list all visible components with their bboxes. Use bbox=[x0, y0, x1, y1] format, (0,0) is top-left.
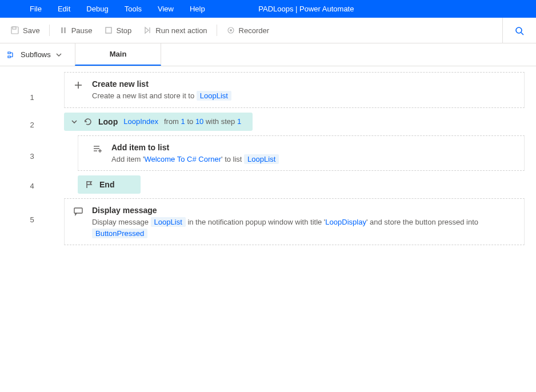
search-icon[interactable] bbox=[514, 26, 525, 36]
title-string: LoopDisplay bbox=[325, 218, 366, 226]
recorder-button[interactable]: Recorder bbox=[221, 22, 275, 38]
from-value: 1 bbox=[181, 117, 185, 126]
action-end[interactable]: End bbox=[78, 175, 141, 194]
from-word: from bbox=[164, 117, 181, 126]
variable-chip[interactable]: LoopList bbox=[151, 217, 186, 227]
action-desc: Add item 'Welcome To C# Corner' to list … bbox=[111, 154, 516, 165]
menu-help[interactable]: Help bbox=[182, 1, 213, 17]
search-area bbox=[502, 18, 525, 43]
menu-edit[interactable]: Edit bbox=[50, 1, 78, 17]
variable-chip[interactable]: LoopList bbox=[244, 154, 279, 164]
desc-pre: Add item ' bbox=[111, 155, 144, 163]
stop-label: Stop bbox=[117, 26, 132, 35]
action-display-message[interactable]: Display message Display message LoopList… bbox=[64, 198, 525, 245]
chevron-down-icon[interactable] bbox=[71, 118, 78, 125]
step-word: with step bbox=[203, 117, 237, 126]
action-create-list[interactable]: Create new list Create a new list and st… bbox=[64, 72, 525, 108]
pause-label: Pause bbox=[71, 26, 93, 35]
loop-range: from 1 to 10 with step 1 bbox=[164, 117, 241, 126]
menu-items: File Edit Debug Tools View Help bbox=[0, 1, 213, 17]
tab-main[interactable]: Main bbox=[75, 43, 162, 66]
record-icon bbox=[226, 26, 235, 35]
action-body: Create new list Create a new list and st… bbox=[92, 78, 516, 102]
desc-mid2: ' and store the button pressed into bbox=[366, 218, 478, 226]
flag-icon bbox=[85, 180, 94, 189]
desc-mid: ' to list bbox=[221, 155, 244, 163]
action-loop[interactable]: Loop LoopIndex from 1 to 10 with step 1 bbox=[64, 113, 253, 131]
menu-debug[interactable]: Debug bbox=[78, 1, 116, 17]
loop-icon bbox=[83, 117, 93, 126]
menu-file[interactable]: File bbox=[22, 1, 50, 17]
run-next-button[interactable]: Run next action bbox=[137, 22, 213, 38]
action-title: Add item to list bbox=[111, 142, 516, 154]
stop-button[interactable]: Stop bbox=[98, 22, 138, 38]
menu-view[interactable]: View bbox=[150, 1, 182, 17]
desc-text: Create a new list and store it to bbox=[92, 91, 197, 100]
end-title: End bbox=[99, 180, 114, 189]
action-body: Add item to list Add item 'Welcome To C#… bbox=[111, 142, 516, 165]
main-area: 1 2 3 4 5 Create new list Create a new l… bbox=[0, 66, 536, 392]
svg-point-8 bbox=[516, 27, 522, 33]
variable-chip[interactable]: LoopList bbox=[197, 91, 231, 101]
action-desc: Display message LoopList in the notifica… bbox=[92, 217, 516, 239]
message-icon bbox=[73, 206, 84, 217]
save-icon bbox=[10, 26, 19, 35]
svg-rect-1 bbox=[13, 27, 16, 29]
subflows-label: Subflows bbox=[21, 50, 51, 59]
menu-bar: File Edit Debug Tools View Help PADLoops… bbox=[0, 0, 536, 18]
separator bbox=[217, 25, 217, 36]
plus-icon bbox=[73, 79, 84, 91]
svg-rect-3 bbox=[64, 27, 66, 33]
action-desc: Create a new list and store it to LoopLi… bbox=[92, 90, 516, 102]
stop-icon bbox=[104, 26, 113, 35]
flow-canvas: Create new list Create a new list and st… bbox=[64, 66, 536, 392]
subflows-row: Subflows Main bbox=[0, 43, 536, 66]
save-label: Save bbox=[23, 26, 40, 35]
window-title: PADLoops | Power Automate bbox=[258, 5, 354, 13]
subflows-icon bbox=[7, 50, 16, 59]
desc-pre: Display message bbox=[92, 218, 151, 226]
step-value: 1 bbox=[237, 117, 241, 126]
loop-title: Loop bbox=[98, 117, 118, 126]
add-list-icon bbox=[92, 143, 103, 154]
svg-rect-4 bbox=[106, 27, 111, 33]
action-title: Display message bbox=[92, 205, 516, 217]
variable-chip[interactable]: ButtonPressed bbox=[92, 229, 147, 238]
step-icon bbox=[143, 26, 152, 35]
save-button[interactable]: Save bbox=[5, 22, 46, 38]
svg-point-7 bbox=[230, 29, 232, 31]
run-next-label: Run next action bbox=[155, 26, 207, 35]
to-value: 10 bbox=[195, 117, 203, 126]
pause-button[interactable]: Pause bbox=[53, 22, 98, 38]
svg-rect-18 bbox=[74, 208, 82, 213]
desc-mid1: in the notification popup window with ti… bbox=[187, 218, 325, 226]
action-title: Create new list bbox=[92, 78, 516, 90]
subflows-dropdown[interactable]: Subflows bbox=[0, 43, 70, 66]
to-word: to bbox=[185, 117, 195, 126]
recorder-label: Recorder bbox=[239, 26, 269, 35]
pause-icon bbox=[59, 26, 68, 35]
svg-line-9 bbox=[521, 33, 523, 35]
action-body: Display message Display message LoopList… bbox=[92, 205, 516, 239]
line-gutter: 1 2 3 4 5 bbox=[0, 66, 64, 392]
chevron-down-icon bbox=[55, 51, 62, 58]
svg-rect-2 bbox=[61, 27, 63, 33]
item-value: Welcome To C# Corner bbox=[144, 155, 221, 163]
action-add-item[interactable]: Add item to list Add item 'Welcome To C#… bbox=[78, 135, 525, 171]
separator bbox=[49, 25, 50, 36]
toolbar: Save Pause Stop Run next action Recorder bbox=[0, 18, 536, 43]
loop-variable[interactable]: LoopIndex bbox=[123, 117, 158, 126]
menu-tools[interactable]: Tools bbox=[117, 1, 150, 17]
